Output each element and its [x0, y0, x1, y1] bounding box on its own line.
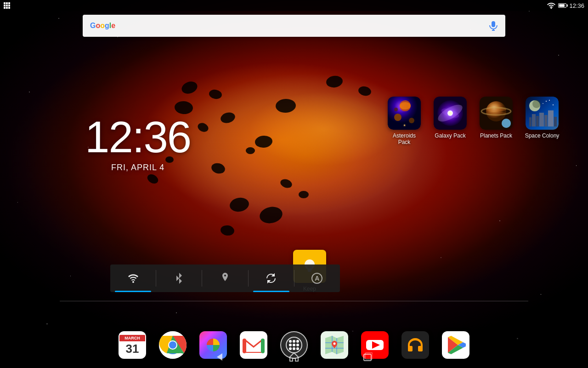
- sync-icon: [266, 273, 276, 283]
- svg-point-36: [549, 100, 550, 101]
- svg-point-16: [449, 112, 452, 115]
- svg-text:★: ★: [403, 123, 406, 127]
- recents-button[interactable]: [358, 348, 377, 366]
- app-icon-galaxy-pack[interactable]: Galaxy Pack: [432, 97, 469, 146]
- svg-rect-28: [539, 113, 544, 126]
- dark-nebula: [299, 191, 309, 198]
- dark-nebula: [246, 147, 255, 154]
- svg-marker-70: [217, 353, 222, 361]
- qs-location-button[interactable]: [202, 264, 248, 292]
- qs-sync-button[interactable]: [249, 264, 294, 292]
- galaxy-pack-icon: [434, 97, 467, 130]
- wallpaper: [0, 0, 588, 368]
- planets-pack-icon: [480, 97, 513, 130]
- svg-point-7: [394, 114, 401, 121]
- home-button[interactable]: [285, 348, 303, 366]
- status-right: 12:36: [547, 2, 584, 9]
- svg-point-44: [132, 281, 134, 283]
- wifi-icon: [547, 2, 555, 9]
- auto-label: A: [315, 275, 319, 282]
- brightness-circle: A: [311, 273, 322, 284]
- app-icons-grid: ★ Asteroids Pack: [386, 97, 560, 146]
- google-logo: Google: [90, 22, 489, 30]
- mic-icon[interactable]: [489, 21, 498, 30]
- svg-point-35: [553, 104, 554, 105]
- galaxy-pack-label: Galaxy Pack: [435, 132, 465, 139]
- back-arrow-icon: [215, 351, 226, 362]
- svg-point-8: [409, 118, 414, 123]
- svg-point-34: [546, 101, 547, 102]
- svg-point-54: [289, 340, 292, 343]
- clock-date: FRI, APRIL 4: [85, 163, 191, 172]
- svg-point-22: [502, 119, 511, 128]
- svg-point-55: [293, 340, 295, 343]
- svg-point-9: [394, 108, 398, 111]
- time-display: 12:36: [569, 2, 584, 9]
- svg-rect-27: [536, 116, 539, 126]
- svg-rect-31: [554, 117, 557, 126]
- qs-brightness-button[interactable]: A: [294, 264, 340, 292]
- qs-wifi-button[interactable]: [110, 264, 156, 292]
- svg-rect-26: [532, 114, 536, 126]
- svg-point-56: [296, 340, 299, 343]
- svg-point-65: [334, 343, 336, 345]
- space-colony-label: Space Colony: [525, 132, 560, 139]
- svg-marker-71: [290, 353, 298, 361]
- svg-point-6: [400, 102, 411, 109]
- svg-point-37: [543, 103, 543, 104]
- planets-pack-label: Planets Pack: [480, 132, 512, 139]
- location-icon: [221, 273, 229, 284]
- calendar-header: MARCH: [119, 335, 145, 341]
- status-bar: 12:36: [0, 0, 588, 11]
- asteroids-pack-icon: ★: [388, 97, 421, 130]
- clock-time: 12:36: [85, 115, 191, 159]
- dock-divider: [60, 301, 528, 301]
- app-icon-asteroids-pack[interactable]: ★ Asteroids Pack: [386, 97, 423, 146]
- recents-icon: [362, 352, 373, 362]
- svg-rect-30: [548, 110, 554, 126]
- space-colony-icon: [526, 97, 559, 130]
- svg-rect-1: [492, 21, 495, 27]
- nav-bar: [0, 346, 588, 368]
- grid-icon: [4, 2, 10, 9]
- home-icon: [289, 352, 299, 362]
- asteroids-pack-label: Asteroids Pack: [386, 132, 423, 146]
- svg-rect-25: [529, 117, 531, 126]
- app-icon-space-colony[interactable]: Space Colony: [524, 97, 560, 146]
- quick-settings-panel: A: [110, 264, 340, 292]
- qs-bluetooth-button[interactable]: [156, 264, 202, 292]
- wifi-qs-icon: [128, 274, 139, 283]
- svg-rect-29: [544, 115, 548, 126]
- svg-point-0: [551, 8, 552, 9]
- status-left: [4, 2, 10, 9]
- bluetooth-icon: [175, 273, 183, 284]
- app-icon-planets-pack[interactable]: Planets Pack: [478, 97, 514, 146]
- search-bar[interactable]: Google: [83, 15, 505, 37]
- svg-point-33: [532, 100, 541, 108]
- clock-container: 12:36 FRI, APRIL 4: [85, 115, 191, 172]
- battery-status: [558, 3, 566, 8]
- back-button[interactable]: [211, 348, 230, 366]
